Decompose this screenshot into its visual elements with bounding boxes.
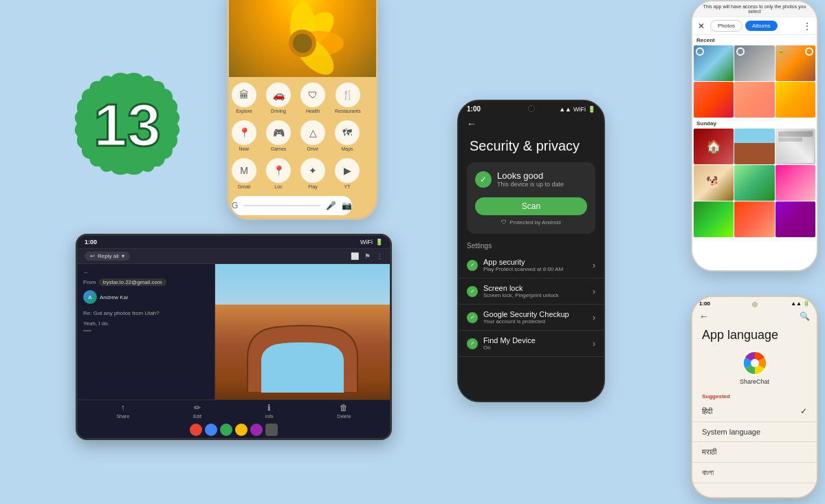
- edit-button[interactable]: ✏ Edit: [193, 403, 201, 419]
- lang-item-system[interactable]: System language: [692, 422, 817, 442]
- location-icon-group[interactable]: 📍 Loc: [266, 158, 291, 189]
- photo-thumb-12[interactable]: [694, 201, 734, 237]
- info-button[interactable]: ℹ Info: [265, 403, 274, 419]
- google-security-arrow: ›: [593, 313, 595, 322]
- gmail-icon[interactable]: M: [232, 158, 256, 183]
- gmail-photo-panel: [215, 264, 390, 399]
- youtube-icon-group[interactable]: ▶ YT: [335, 158, 360, 189]
- marathi-text: मराठी: [702, 448, 716, 457]
- phone-security: 1:00 ▲▲ WiFi 🔋 ← Security & privacy ✓ Lo…: [457, 100, 605, 402]
- maps-icon-group[interactable]: 🗺 Maps: [335, 120, 360, 151]
- app-security-name: App security: [483, 258, 563, 266]
- photo-thumb-3[interactable]: 🔒: [776, 45, 815, 81]
- sharechat-icon: [742, 351, 767, 375]
- play-icon[interactable]: ✦: [300, 158, 325, 183]
- svg-point-6: [293, 34, 312, 53]
- photo-thumb-2[interactable]: [734, 45, 774, 81]
- maps-search-bar[interactable]: G 🎤 📷: [232, 196, 352, 215]
- sunday-section-label: Sunday: [692, 118, 817, 129]
- app-icons-row3: M Gmail 📍 Loc ✦ Play ▶ YT: [232, 158, 373, 189]
- photo-thumb-9[interactable]: [776, 129, 815, 164]
- screen-lock-name: Screen lock: [483, 284, 559, 292]
- photo-thumb-4[interactable]: [694, 82, 734, 118]
- scan-button[interactable]: Scan: [475, 197, 587, 215]
- explore-icon-group[interactable]: 🏛 Explore: [232, 83, 256, 113]
- screen-lock-sub: Screen lock, Fingerprint unlock: [483, 292, 559, 298]
- near-label: Near: [239, 146, 249, 151]
- archive-icon[interactable]: ⬜: [351, 252, 359, 260]
- delete-button[interactable]: 🗑 Delete: [337, 403, 351, 419]
- house-photo: 🏠: [694, 129, 734, 164]
- games-label: Games: [271, 146, 287, 151]
- photo-thumb-10[interactable]: [734, 165, 774, 201]
- gmail-main: ← From trystar.lo.22@gmail.com A Andrew …: [78, 264, 390, 399]
- maps-dock-icon[interactable]: [220, 424, 232, 436]
- google-security-item[interactable]: ✓ Google Security Checkup Your account i…: [459, 305, 604, 331]
- app-dock-icon-5[interactable]: [250, 424, 263, 436]
- camera-icon[interactable]: 📷: [342, 201, 352, 210]
- lang-time: 1:00: [699, 300, 710, 307]
- photo-thumb-5[interactable]: [734, 82, 774, 118]
- security-status-card: ✓ Looks good This device is up to date S…: [467, 162, 595, 234]
- system-language-group: System language: [702, 428, 760, 436]
- find-my-device-item[interactable]: ✓ Find My Device On ›: [459, 331, 604, 357]
- security-title: Security & privacy: [459, 132, 604, 162]
- text-line-2: [778, 138, 802, 142]
- lang-battery-icon: 🔋: [803, 300, 810, 307]
- app-security-item[interactable]: ✓ App security Play Protect scanned at 8…: [459, 252, 604, 278]
- photo-thumb-7[interactable]: 🏠: [694, 129, 734, 164]
- play-label: Play: [308, 184, 318, 189]
- reply-all-button[interactable]: ↩ Reply all ▾: [85, 252, 130, 261]
- lang-item-hindi[interactable]: हिंदी ✓: [692, 401, 817, 422]
- mic-icon[interactable]: 🎤: [326, 201, 336, 210]
- explore-icon[interactable]: 🏛: [232, 83, 256, 107]
- games-icon-group[interactable]: 🎮 Games: [266, 120, 291, 151]
- contact-name: Andrew Kai: [100, 294, 128, 300]
- android13-logo: 13: [72, 69, 182, 179]
- photo-thumb-1[interactable]: [694, 45, 734, 81]
- lang-wifi-icon: ▲▲: [791, 300, 802, 307]
- find-my-device-arrow: ›: [593, 339, 595, 349]
- photo-thumb-8[interactable]: [734, 129, 774, 164]
- close-button[interactable]: ✕: [698, 21, 705, 31]
- drive-label: Drive: [307, 146, 318, 151]
- gmail-left-panel: ← From trystar.lo.22@gmail.com A Andrew …: [78, 264, 215, 399]
- more-icon[interactable]: ⋮: [376, 252, 383, 260]
- photo-thumb-11[interactable]: [776, 165, 815, 201]
- games-icon[interactable]: 🎮: [266, 120, 291, 145]
- photo-thumb-6[interactable]: [776, 82, 815, 118]
- assistant-dock-icon[interactable]: [235, 424, 248, 436]
- back-arrow[interactable]: ←: [83, 270, 89, 276]
- from-label: From: [83, 279, 96, 285]
- apps-grid-icon[interactable]: [265, 424, 278, 436]
- phone-maps: 🏛 Explore 🚗 Driving 🛡 Health 🍴 Restauran…: [227, 0, 378, 220]
- photo-thumb-dog[interactable]: 🐕: [694, 165, 734, 201]
- more-options-icon[interactable]: ⋮: [803, 21, 811, 31]
- share-button[interactable]: ↑ Share: [116, 403, 129, 419]
- gmail-dock-icon[interactable]: [190, 424, 202, 436]
- google-security-left: ✓ Google Security Checkup Your account i…: [467, 310, 569, 325]
- near-icon[interactable]: 📍: [232, 120, 256, 145]
- text-line-1: [778, 131, 813, 137]
- back-button[interactable]: ←: [459, 116, 604, 132]
- near-icon-group[interactable]: 📍 Near: [232, 120, 256, 151]
- youtube-icon[interactable]: ▶: [335, 158, 360, 183]
- gmail-icon-group[interactable]: M Gmail: [232, 158, 256, 189]
- lang-item-marathi[interactable]: मराठी: [692, 442, 817, 463]
- flag-icon[interactable]: ⚑: [364, 252, 371, 260]
- gmail-toolbar: ↩ Reply all ▾ ⬜ ⚑ ⋮: [78, 249, 390, 264]
- drive-icon[interactable]: △: [300, 120, 325, 145]
- lang-item-bengali[interactable]: বাংলা: [692, 463, 817, 483]
- maps-icon[interactable]: 🗺: [335, 120, 360, 145]
- lang-back-button[interactable]: ←: [699, 311, 709, 322]
- drive-icon-group[interactable]: △ Drive: [300, 120, 325, 151]
- chrome-dock-icon[interactable]: [205, 424, 217, 436]
- screen-lock-item[interactable]: ✓ Screen lock Screen lock, Fingerprint u…: [459, 278, 604, 305]
- photo-thumb-14[interactable]: [776, 201, 815, 237]
- lang-search-button[interactable]: 🔍: [800, 311, 810, 321]
- play-icon-group[interactable]: ✦ Play: [300, 158, 325, 189]
- photo-thumb-13[interactable]: [734, 201, 774, 237]
- tab-photos[interactable]: Photos: [710, 20, 742, 32]
- tab-albums[interactable]: Albums: [745, 21, 778, 31]
- location-icon[interactable]: 📍: [266, 158, 291, 183]
